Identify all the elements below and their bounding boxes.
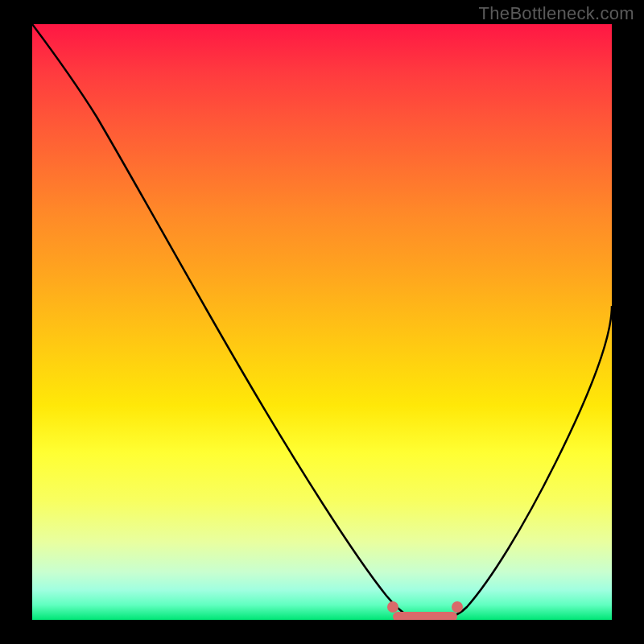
highlight-bar	[393, 612, 457, 620]
plot-area	[32, 24, 612, 620]
watermark-text: TheBottleneck.com	[479, 3, 634, 24]
highlight-dot-right	[452, 601, 463, 613]
highlight-dot-left	[387, 601, 398, 613]
optimal-zone-highlight	[32, 24, 612, 620]
